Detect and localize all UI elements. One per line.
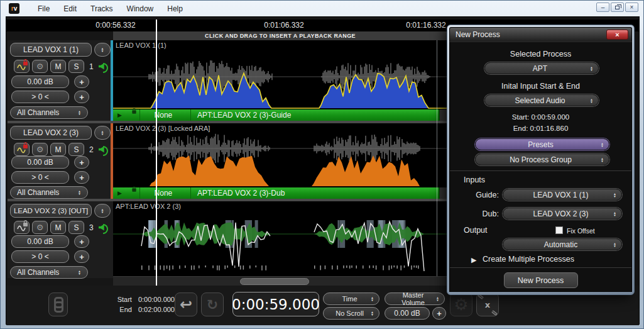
play-icon[interactable]: ▶ — [117, 190, 122, 196]
gain-expand-button[interactable]: + — [74, 75, 89, 88]
gear-icon: ⚙ — [36, 145, 44, 154]
gain-field[interactable]: 0.00 dB — [11, 235, 69, 248]
mute-button[interactable]: M — [50, 143, 66, 156]
track-number: 3 — [89, 223, 94, 232]
lane-label: LEAD VOX 2 (3) [Locked ARA] — [116, 125, 210, 132]
time-display[interactable]: 0:00:59.000 — [232, 292, 319, 316]
channels-dropdown[interactable]: All Channels▲▼ — [10, 266, 88, 279]
transport-start-value: 0:00:00.000 — [138, 294, 175, 304]
unlink-button[interactable]: x — [476, 293, 499, 316]
dub-input-dropdown[interactable]: LEAD VOX 2 (3)▲▼ — [503, 208, 622, 220]
new-process-button[interactable]: New Process — [504, 272, 578, 288]
gain-expand-button[interactable]: + — [74, 235, 89, 248]
link-button[interactable] — [48, 293, 68, 316]
dialog-close-button[interactable]: × — [606, 30, 628, 40]
waveform-lane-3[interactable]: APT:LEAD VOX 2 (3) — [113, 201, 447, 276]
loop-button[interactable]: ↻ — [201, 293, 224, 316]
speaker-icon[interactable] — [98, 145, 109, 155]
restore-icon — [615, 6, 619, 9]
gain-field[interactable]: 0.00 dB — [11, 75, 69, 88]
start-time-text: Start: 0:00:59.000 — [450, 113, 631, 121]
waveform-lane-2[interactable]: LEAD VOX 2 (3) [Locked ARA] — [113, 123, 447, 187]
process-block-dub[interactable]: ▶ None APT:LEAD VOX 2 (3)-Dub — [113, 187, 447, 199]
waveform-icon — [17, 224, 27, 231]
channels-dropdown[interactable]: All Channels▲▼ — [10, 106, 88, 119]
track-name-button[interactable]: LEAD VOX 2 (3) — [10, 126, 92, 140]
track-panel: LEAD VOX 1 (1) ▲▼ ⚙ M S 1 — [8, 40, 113, 278]
process-type-dropdown[interactable]: APT▲▼ — [484, 62, 599, 74]
track-reorder-button[interactable]: ▲▼ — [94, 43, 111, 57]
dialog-title-bar[interactable]: New Process × — [449, 27, 632, 42]
scrollbar-thumb[interactable] — [240, 278, 309, 285]
time-mode-dropdown[interactable]: Time▲▼ — [323, 293, 379, 305]
waveform-icon — [17, 63, 27, 70]
waveform-lane-1[interactable]: LEAD VOX 1 (1) — [113, 40, 447, 109]
minimize-button[interactable]: – — [596, 3, 609, 12]
track-reorder-button[interactable]: ▲▼ — [94, 126, 111, 140]
track-reorder-button[interactable]: ▲▼ — [94, 204, 111, 218]
waveform-lock-button[interactable] — [14, 143, 30, 156]
inputs-section-label: Inputs — [464, 176, 485, 184]
speaker-icon[interactable] — [98, 62, 109, 72]
menu-bar: rv File Edit Tracks Window Help – × — [1, 1, 643, 16]
solo-button[interactable]: S — [68, 60, 84, 73]
track-name-button[interactable]: LEAD VOX 2 (3) [OUT] — [10, 204, 92, 218]
pan-field[interactable]: > 0 < — [11, 171, 69, 184]
process-label: APT:LEAD VOX 2 (3)-Guide — [197, 111, 291, 120]
master-volume-field[interactable]: 0.00 dB — [385, 307, 430, 320]
output-dropdown[interactable]: Automatic▲▼ — [503, 238, 622, 250]
channels-dropdown[interactable]: All Channels▲▼ — [10, 186, 88, 199]
master-volume-dropdown[interactable]: Master Volume▲▼ — [385, 293, 445, 305]
solo-button[interactable]: S — [68, 221, 84, 234]
horizontal-scrollbar[interactable] — [113, 276, 447, 286]
lock-icon — [132, 188, 136, 191]
fix-offset-checkbox[interactable] — [555, 226, 563, 234]
dialog-title: New Process — [456, 30, 500, 39]
undo-button[interactable]: ↩ — [175, 293, 197, 316]
unlock-icon — [23, 223, 28, 226]
initial-input-label: Inital Input Start & End — [450, 82, 631, 91]
menu-window[interactable]: Window — [120, 2, 161, 16]
gain-expand-button[interactable]: + — [74, 156, 89, 169]
pan-field[interactable]: > 0 < — [11, 91, 69, 103]
playback-range-hint[interactable]: CLICK AND DRAG TO INSERT A PLAYBACK RANG… — [113, 31, 447, 40]
speaker-icon[interactable] — [98, 223, 109, 233]
pan-field[interactable]: > 0 < — [11, 250, 69, 263]
selection-end-line — [437, 40, 437, 276]
expand-arrow-icon[interactable]: ▶ — [471, 256, 476, 264]
menu-help[interactable]: Help — [160, 2, 190, 16]
playhead-cursor[interactable] — [156, 20, 157, 286]
process-block-guide[interactable]: ▶ None APT:LEAD VOX 2 (3)-Guide — [113, 109, 447, 121]
pan-expand-button[interactable]: + — [74, 250, 89, 263]
create-multiple-label[interactable]: Create Multiple Processes — [483, 255, 574, 264]
waveform-lock-button[interactable] — [14, 221, 30, 234]
scroll-mode-dropdown[interactable]: No Scroll▲▼ — [323, 307, 379, 320]
solo-button[interactable]: S — [68, 143, 84, 156]
track-settings-button[interactable]: ⚙ — [32, 143, 48, 156]
play-icon[interactable]: ▶ — [117, 112, 122, 118]
track-name-button[interactable]: LEAD VOX 1 (1) — [10, 43, 92, 57]
pan-expand-button[interactable]: + — [74, 171, 89, 184]
dialog-body: Selected Process APT▲▼ Inital Input Star… — [449, 42, 632, 292]
menu-edit[interactable]: Edit — [57, 2, 84, 16]
pan-expand-button[interactable]: + — [74, 91, 89, 103]
mute-button[interactable]: M — [50, 60, 66, 73]
menu-tracks[interactable]: Tracks — [84, 2, 120, 16]
track-settings-button[interactable]: ⚙ — [32, 60, 48, 73]
guide-input-dropdown[interactable]: LEAD VOX 1 (1)▲▼ — [503, 189, 622, 201]
track-settings-button[interactable]: ⚙ — [32, 221, 48, 234]
presets-dropdown[interactable]: Presets▲▼ — [475, 138, 609, 150]
transport-end-label: End — [119, 304, 132, 315]
input-range-dropdown[interactable]: Selected Audio▲▼ — [484, 94, 599, 106]
gain-field[interactable]: 0.00 dB — [11, 156, 69, 169]
chain-link-icon — [54, 297, 62, 313]
mute-button[interactable]: M — [50, 221, 66, 234]
menu-file[interactable]: File — [31, 2, 57, 16]
waveform-lock-button[interactable] — [14, 60, 30, 73]
restore-button[interactable] — [611, 3, 624, 12]
close-button[interactable]: × — [625, 3, 638, 12]
volume-expand-button[interactable]: + — [432, 307, 446, 320]
updown-arrows-icon: ▲▼ — [436, 296, 439, 301]
process-group-dropdown[interactable]: No Process Group▲▼ — [475, 153, 609, 165]
settings-button-disabled[interactable]: ⚙ — [450, 293, 472, 316]
